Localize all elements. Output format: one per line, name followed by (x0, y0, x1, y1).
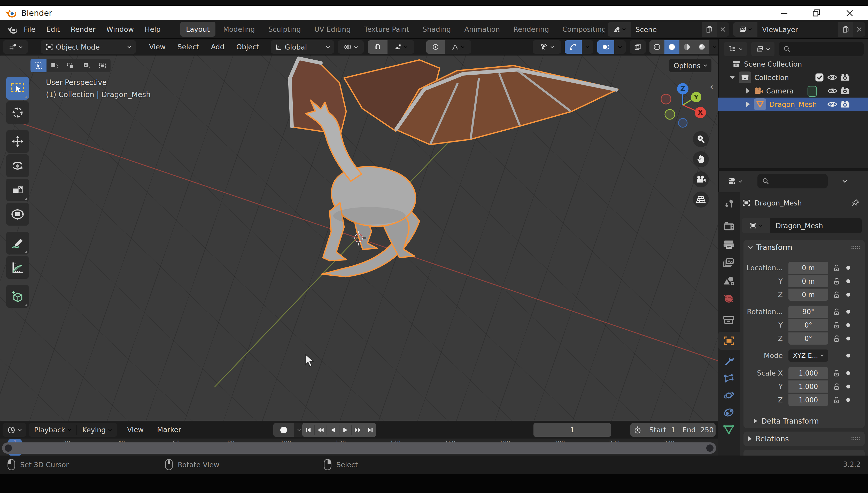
scrollbar-right-cap[interactable] (706, 445, 714, 452)
lock-open-icon[interactable] (832, 308, 841, 316)
blender-menu-icon[interactable] (7, 24, 18, 34)
end-frame-field[interactable]: End 250 (680, 423, 716, 437)
tool-select-box[interactable] (6, 77, 29, 100)
breadcrumb-object-name[interactable]: Dragon_Mesh (754, 199, 802, 207)
animate-dot[interactable] (846, 266, 850, 270)
tool-move[interactable] (6, 130, 29, 153)
value-slider[interactable]: 1.000 (788, 381, 828, 392)
lock-open-icon[interactable] (832, 383, 841, 391)
animate-dot[interactable] (846, 385, 850, 388)
outliner-search-input[interactable] (779, 42, 864, 56)
timeline-editor-type-button[interactable] (3, 423, 26, 437)
outliner-row-dragon-mesh[interactable]: Dragon_Mesh (718, 98, 868, 111)
tab-compositing[interactable]: Compositing (557, 22, 604, 37)
exclude-checkbox[interactable] (815, 73, 824, 82)
outliner-display-mode-button[interactable] (724, 42, 747, 56)
disclosure-expanded-icon[interactable] (729, 76, 735, 79)
menu-view[interactable]: View (149, 43, 166, 51)
animate-dot[interactable] (846, 323, 850, 327)
orientation-dropdown[interactable]: Global (271, 40, 334, 54)
menu-file[interactable]: File (24, 25, 35, 33)
auto-key-button[interactable] (273, 423, 294, 437)
tab-collection[interactable] (723, 315, 735, 325)
relations-panel[interactable]: Relations (743, 432, 865, 446)
jump-to-start-button[interactable] (302, 423, 314, 437)
use-preview-range-button[interactable] (630, 423, 645, 437)
shading-solid-button[interactable] (664, 40, 679, 54)
camera-view-button[interactable] (693, 171, 709, 187)
maximize-button[interactable] (811, 8, 822, 18)
tab-view-layer[interactable] (723, 257, 735, 268)
disable-render-camera-icon[interactable] (840, 73, 850, 81)
tool-add-cube[interactable] (6, 285, 29, 308)
tab-texture-paint[interactable]: Texture Paint (358, 22, 415, 37)
viewlayer-copy-button[interactable] (838, 22, 853, 37)
disable-render-camera-icon[interactable] (840, 86, 850, 95)
tab-scene[interactable] (723, 275, 735, 286)
panel-splitter[interactable] (718, 168, 868, 171)
properties-options-button[interactable] (838, 174, 852, 188)
options-button[interactable]: Options (669, 59, 711, 72)
value-slider[interactable]: 0 m (788, 262, 828, 274)
pan-button[interactable] (693, 151, 709, 167)
tab-constraints[interactable] (723, 407, 735, 418)
select-mode-extend[interactable] (46, 59, 63, 72)
select-mode-set[interactable] (30, 59, 46, 72)
object-name-input[interactable]: Dragon_Mesh (770, 218, 862, 233)
outliner-filter-button[interactable] (751, 42, 774, 56)
visibility-dropdown[interactable] (533, 40, 561, 54)
overlays-dropdown[interactable] (614, 40, 626, 54)
shading-rendered-button[interactable] (695, 40, 709, 54)
animate-dot[interactable] (846, 353, 850, 358)
timeline-ruler[interactable]: 1 20 40 60 80 100 120 140 160 180 200 22… (0, 438, 718, 456)
shading-material-button[interactable] (679, 40, 695, 54)
close-icon[interactable] (844, 8, 855, 18)
gizmo-toggle[interactable] (565, 40, 582, 54)
play-button[interactable] (339, 423, 351, 437)
transform-panel-header[interactable]: Transform (743, 240, 865, 255)
scene-copy-button[interactable] (702, 22, 717, 37)
menu-window[interactable]: Window (106, 25, 134, 33)
tab-world[interactable] (723, 294, 735, 304)
tool-cursor[interactable] (6, 101, 29, 124)
tab-modifiers[interactable] (723, 355, 735, 365)
lock-open-icon[interactable] (832, 277, 841, 285)
outliner-row-scene-collection[interactable]: Scene Collection (718, 57, 868, 71)
delta-transform-header[interactable]: Delta Transform (743, 414, 865, 427)
lock-open-icon[interactable] (832, 291, 841, 299)
tool-annotate[interactable] (6, 232, 29, 255)
object-browse-button[interactable] (742, 218, 770, 233)
tab-sculpting[interactable]: Sculpting (263, 22, 307, 37)
viewlayer-name-field[interactable]: ViewLayer (758, 22, 838, 37)
tab-shading[interactable]: Shading (417, 22, 457, 37)
previous-keyframe-button[interactable] (315, 423, 327, 437)
value-slider[interactable]: 90° (788, 306, 828, 318)
animate-dot[interactable] (846, 293, 850, 297)
select-mode-invert[interactable] (79, 59, 95, 72)
sidebar-collapse-icon[interactable]: ‹ (710, 82, 714, 92)
proportional-editing-toggle[interactable] (426, 40, 445, 54)
viewlayer-browse-button[interactable] (733, 22, 758, 37)
menu-add[interactable]: Add (211, 43, 224, 51)
outliner-row-collection[interactable]: Collection (718, 71, 868, 84)
menu-render[interactable]: Render (70, 25, 95, 33)
disclosure-collapsed-icon[interactable] (746, 102, 750, 107)
hide-viewport-eye-icon[interactable] (827, 101, 838, 108)
value-slider[interactable]: 0° (788, 319, 828, 331)
outliner-row-camera[interactable]: Camera (718, 84, 868, 98)
rotation-mode-dropdown[interactable]: XYZ E... (788, 349, 828, 362)
disclosure-collapsed-icon[interactable] (746, 88, 750, 94)
animate-dot[interactable] (846, 279, 850, 283)
tool-measure[interactable] (6, 256, 29, 279)
hide-viewport-eye-icon[interactable] (827, 74, 838, 81)
xray-toggle[interactable] (630, 40, 646, 54)
value-slider[interactable]: 0 m (788, 288, 828, 301)
falloff-dropdown[interactable] (445, 40, 471, 54)
lock-open-icon[interactable] (832, 396, 841, 404)
tool-scale[interactable] (6, 179, 29, 201)
horizontal-scrollbar[interactable] (2, 443, 716, 454)
disable-render-camera-icon[interactable] (840, 100, 850, 108)
value-slider[interactable]: 1.000 (788, 367, 828, 379)
menu-select[interactable]: Select (178, 43, 199, 51)
tab-layout[interactable]: Layout (180, 22, 215, 37)
